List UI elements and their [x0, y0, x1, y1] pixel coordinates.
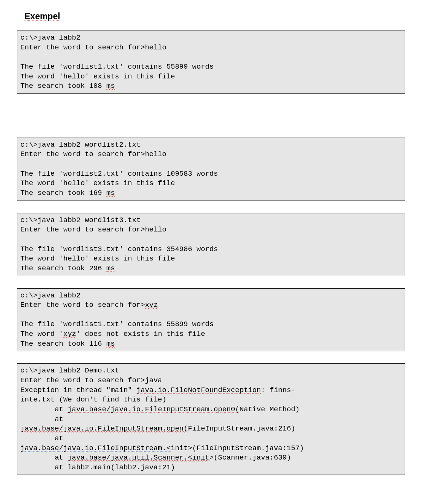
code-line: java.io.FileNotFoundException — [136, 386, 261, 394]
code-line: Enter the word to search for>hello — [20, 43, 167, 52]
code-example-5: c:\>java labb2 Demo.txt Enter the word t… — [17, 363, 405, 475]
code-line: The word 'hello' exists in this file — [20, 254, 175, 263]
code-example-4: c:\>java labb2 Enter the word to search … — [17, 288, 405, 352]
code-line: Native Method) — [240, 405, 300, 414]
code-line: c:\>java labb2 — [20, 291, 81, 300]
code-line: at — [20, 405, 67, 414]
code-line: The file 'wordlist1.txt' contains 55899 … — [20, 320, 214, 328]
code-line: init>(FileInputStream.java:157) — [171, 444, 304, 452]
code-line: ms — [106, 264, 115, 273]
code-example-2: c:\>java labb2 wordlist2.txt Enter the w… — [17, 138, 405, 201]
code-line: xyz — [63, 330, 76, 338]
heading-text: Exempel — [24, 11, 60, 21]
code-line: inte.txt (We don't find this file) — [20, 395, 167, 404]
code-line: >(Scanner.java:639) — [209, 453, 291, 462]
code-line: ms — [106, 82, 115, 90]
code-line: c:\>java labb2 — [20, 34, 81, 42]
code-line: ms — [106, 340, 115, 348]
code-line: java.base/java.io.FileInputStream.open0( — [67, 405, 239, 414]
code-line: The file 'wordlist3.txt' contains 354986… — [20, 245, 218, 253]
code-line: Enter the word to search for>java — [20, 376, 162, 385]
code-line: ' does not exists in this file — [76, 330, 205, 338]
code-line: xyz — [145, 301, 158, 309]
code-line: Exception in thread "main" — [20, 386, 136, 394]
code-example-3: c:\>java labb2 wordlist3.txt Enter the w… — [17, 213, 405, 276]
code-line: c:\>java labb2 wordlist2.txt — [20, 141, 141, 149]
code-line: at labb2.main(labb2.java:21) — [20, 463, 175, 472]
code-line: The word ' — [20, 330, 63, 338]
code-line: c:\>java labb2 wordlist3.txt — [20, 216, 141, 224]
code-line: c:\>java labb2 Demo.txt — [20, 366, 119, 375]
code-line: java.base/java.io.FileInputStream.open( — [20, 424, 188, 433]
code-line: The search took 169 — [20, 189, 106, 197]
code-line: ms — [106, 189, 115, 197]
code-line: java.base/java.util.Scanner.<init — [67, 453, 209, 462]
code-line: The search took 108 — [20, 82, 106, 90]
code-line: FileInputStream.java:216) — [188, 424, 295, 433]
code-line: The word 'hello' exists in this file — [20, 72, 175, 81]
code-line: The word 'hello' exists in this file — [20, 179, 175, 187]
code-line: at — [20, 453, 67, 462]
code-line: The search took 296 — [20, 264, 106, 273]
code-line: java.base/java.io.FileInputStream.< — [20, 444, 171, 452]
code-line: The file 'wordlist1.txt' contains 55899 … — [20, 63, 214, 71]
code-line: at — [20, 415, 63, 423]
code-line: Enter the word to search for>hello — [20, 150, 167, 158]
code-line: Enter the word to search for> — [20, 301, 145, 309]
code-line: : finns- — [261, 386, 295, 394]
code-example-1: c:\>java labb2 Enter the word to search … — [17, 31, 405, 94]
page-title: Exempel — [17, 11, 405, 22]
code-line: The file 'wordlist2.txt' contains 109583… — [20, 170, 218, 178]
code-line: The search took 116 — [20, 340, 106, 348]
code-line: at — [20, 434, 63, 443]
code-line: Enter the word to search for>hello — [20, 225, 167, 234]
